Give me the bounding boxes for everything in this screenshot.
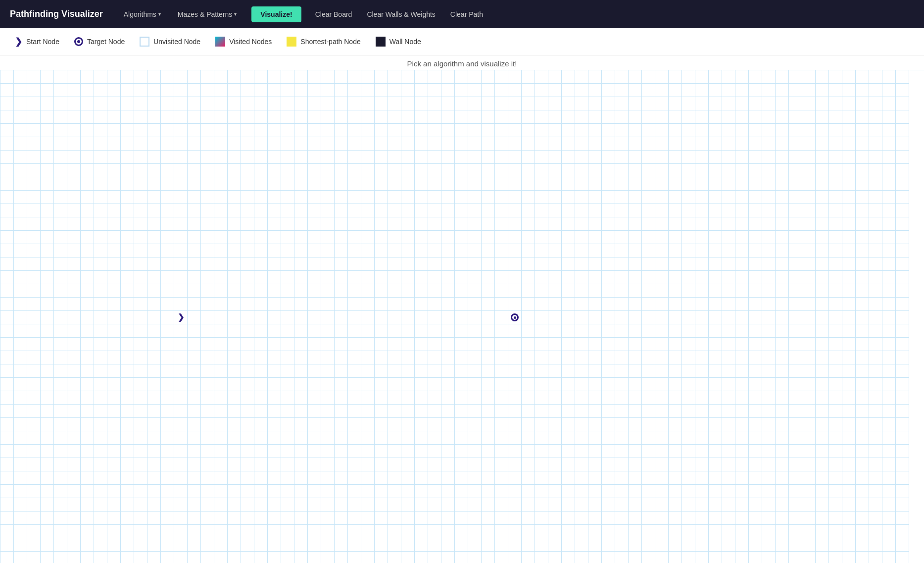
grid-cell[interactable]	[201, 351, 214, 364]
grid-cell[interactable]	[762, 538, 776, 552]
grid-cell[interactable]	[802, 244, 816, 257]
grid-cell[interactable]	[508, 445, 522, 458]
grid-cell[interactable]	[388, 231, 401, 244]
grid-cell[interactable]	[495, 485, 508, 498]
grid-cell[interactable]	[749, 418, 762, 431]
grid-cell[interactable]	[348, 485, 361, 498]
grid-cell[interactable]	[0, 418, 14, 431]
grid-cell[interactable]	[67, 284, 81, 298]
grid-cell[interactable]	[842, 151, 856, 164]
grid-cell[interactable]	[495, 538, 508, 552]
grid-cell[interactable]	[174, 177, 188, 191]
grid-cell[interactable]	[455, 110, 468, 124]
grid-cell[interactable]	[201, 552, 214, 563]
grid-cell[interactable]	[602, 364, 615, 378]
grid-cell[interactable]	[361, 391, 375, 405]
grid-cell[interactable]	[27, 177, 41, 191]
grid-cell[interactable]	[615, 298, 629, 311]
grid-cell[interactable]	[669, 124, 682, 137]
grid-cell[interactable]	[455, 124, 468, 137]
grid-canvas[interactable]: ❯	[0, 70, 924, 563]
grid-cell[interactable]	[789, 271, 802, 284]
grid-cell[interactable]	[121, 298, 134, 311]
grid-cell[interactable]	[789, 378, 802, 391]
grid-cell[interactable]	[241, 84, 254, 97]
grid-cell[interactable]	[588, 418, 602, 431]
grid-cell[interactable]	[896, 458, 909, 471]
grid-cell[interactable]	[722, 338, 735, 351]
grid-cell[interactable]	[669, 257, 682, 271]
grid-cell[interactable]	[802, 257, 816, 271]
grid-cell[interactable]	[107, 552, 121, 563]
grid-cell[interactable]	[147, 244, 161, 257]
grid-cell[interactable]	[335, 284, 348, 298]
grid-cell[interactable]	[241, 151, 254, 164]
grid-cell[interactable]	[522, 257, 535, 271]
grid-cell[interactable]	[268, 204, 281, 217]
grid-cell[interactable]	[602, 84, 615, 97]
grid-cell[interactable]	[335, 552, 348, 563]
grid-cell[interactable]	[107, 324, 121, 338]
grid-cell[interactable]	[401, 164, 415, 177]
grid-cell[interactable]	[508, 391, 522, 405]
grid-cell[interactable]	[268, 418, 281, 431]
grid-cell[interactable]	[508, 217, 522, 231]
grid-cell[interactable]	[856, 244, 869, 257]
grid-cell[interactable]	[789, 485, 802, 498]
grid-cell[interactable]	[428, 391, 441, 405]
grid-cell[interactable]	[441, 298, 455, 311]
grid-cell[interactable]	[869, 552, 882, 563]
grid-cell[interactable]	[482, 418, 495, 431]
grid-cell[interactable]	[107, 351, 121, 364]
grid-cell[interactable]	[214, 70, 228, 84]
grid-cell[interactable]	[321, 405, 335, 418]
grid-cell[interactable]	[147, 378, 161, 391]
grid-cell[interactable]	[321, 445, 335, 458]
grid-cell[interactable]	[361, 298, 375, 311]
grid-cell[interactable]	[455, 498, 468, 512]
grid-cell[interactable]	[201, 284, 214, 298]
grid-cell[interactable]	[54, 298, 67, 311]
grid-cell[interactable]	[14, 418, 27, 431]
grid-cell[interactable]	[441, 217, 455, 231]
grid-cell[interactable]	[214, 110, 228, 124]
grid-cell[interactable]	[161, 351, 174, 364]
grid-cell[interactable]	[655, 271, 669, 284]
grid-cell[interactable]	[602, 538, 615, 552]
grid-cell[interactable]	[241, 338, 254, 351]
grid-cell[interactable]	[575, 324, 588, 338]
grid-cell[interactable]	[254, 164, 268, 177]
grid-cell[interactable]	[789, 552, 802, 563]
grid-cell[interactable]	[548, 391, 562, 405]
grid-cell[interactable]	[94, 485, 107, 498]
grid-cell[interactable]	[107, 231, 121, 244]
grid-cell[interactable]	[615, 97, 629, 110]
grid-cell[interactable]	[41, 405, 54, 418]
grid-cell[interactable]	[482, 471, 495, 485]
grid-cell[interactable]	[281, 338, 294, 351]
grid-cell[interactable]	[121, 538, 134, 552]
grid-cell[interactable]	[94, 525, 107, 538]
clear-walls-button[interactable]: Clear Walls & Weights	[362, 7, 440, 21]
grid-cell[interactable]	[615, 324, 629, 338]
grid-cell[interactable]	[67, 512, 81, 525]
grid-cell[interactable]	[535, 498, 548, 512]
grid-cell[interactable]	[241, 458, 254, 471]
grid-cell[interactable]	[41, 217, 54, 231]
grid-cell[interactable]	[67, 217, 81, 231]
grid-cell[interactable]	[695, 191, 709, 204]
grid-cell[interactable]	[495, 231, 508, 244]
grid-cell[interactable]	[308, 324, 321, 338]
grid-cell[interactable]	[388, 458, 401, 471]
grid-cell[interactable]	[522, 338, 535, 351]
grid-cell[interactable]	[642, 405, 655, 418]
grid-cell[interactable]	[361, 217, 375, 231]
grid-cell[interactable]	[762, 405, 776, 418]
grid-cell[interactable]	[588, 244, 602, 257]
grid-cell[interactable]	[348, 351, 361, 364]
grid-cell[interactable]	[615, 124, 629, 137]
grid-cell[interactable]	[776, 405, 789, 418]
grid-cell[interactable]	[575, 231, 588, 244]
grid-cell[interactable]	[495, 284, 508, 298]
grid-cell[interactable]	[749, 351, 762, 364]
